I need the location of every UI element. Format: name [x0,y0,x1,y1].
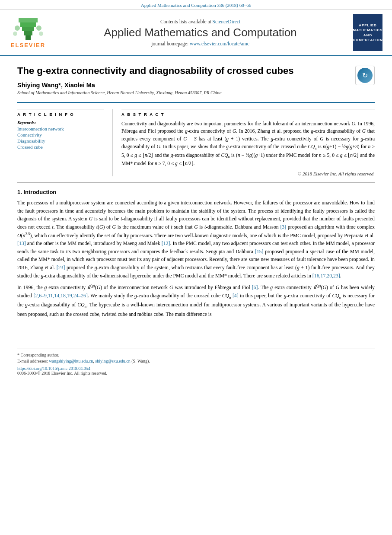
contents-available-line: Contents lists available at ScienceDirec… [54,19,346,24]
abstract-column: A B S T R A C T Connectivity and diagnos… [121,109,375,177]
keyword-3[interactable]: Diagnosability [17,138,104,143]
footer-divider [17,348,375,348]
ref-group-2[interactable]: [2,6–9,11,14,18,19,24–26] [34,293,88,299]
ref-3[interactable]: [3] [280,224,286,230]
ref-23[interactable]: [23] [57,264,65,271]
corresponding-author-note: * Corresponding author. [17,353,375,357]
homepage-url[interactable]: www.elsevier.com/locate/amc [190,41,249,46]
top-citation-bar: Applied Mathematics and Computation 336 … [0,0,392,10]
svg-point-5 [15,25,20,31]
keyword-2[interactable]: Connectivity [17,132,104,137]
section-divider-1 [17,182,375,183]
ref-13[interactable]: [13] [17,240,26,246]
copyright-notice: © 2018 Elsevier Inc. All rights reserved… [121,171,375,176]
introduction-heading: 1. Introduction [17,189,375,195]
ref-12[interactable]: [12] [162,240,170,246]
ref-group-1[interactable]: [16,17,20,23] [312,273,340,279]
issn-line: 0096-3003/© 2018 Elsevier Inc. All right… [17,371,375,376]
ref-6[interactable]: [6] [252,284,258,290]
svg-rect-4 [19,18,38,22]
email-line: E-mail addresses: wangshiying@htu.edu.cn… [17,359,375,363]
keyword-4[interactable]: Crossed cube [17,144,104,150]
journal-center-info: Contents lists available at ScienceDirec… [54,19,346,46]
main-content: ↻ The g-extra connectivity and diagnosab… [0,56,392,330]
check-updates-icon: ↻ [357,68,373,83]
journal-cover: APPLIEDMATHEMATICSANDCOMPUTATION [353,14,383,51]
article-info-column: A R T I C L E I N F O Keywords: Intercon… [17,109,104,177]
column-divider [112,109,113,177]
abstract-label: A B S T R A C T [121,109,375,117]
article-info-label: A R T I C L E I N F O [17,109,104,117]
elsevier-tree-icon [11,17,45,41]
intro-paragraph-2: In 1996, the g-extra connectivity κ̃(g)(… [17,283,375,318]
svg-point-8 [39,32,43,36]
thick-divider [17,102,375,103]
journal-header: ELSEVIER Contents lists available at Sci… [0,10,392,56]
email-2[interactable]: shiying@sxu.edu.cn [95,359,130,363]
sciencedirect-link[interactable]: ScienceDirect [213,19,241,24]
authors: Shiying Wang*, Xiaolei Ma [17,82,375,89]
keywords-label: Keywords: [17,120,104,125]
abstract-text: Connectivity and diagnosability are two … [121,120,375,168]
check-updates-badge[interactable]: ↻ [355,66,375,85]
svg-point-7 [13,32,17,36]
elsevier-logo: ELSEVIER [9,17,48,48]
elsevier-wordmark: ELSEVIER [11,42,45,48]
keyword-1[interactable]: Interconnection network [17,126,104,131]
article-info-abstract-row: A R T I C L E I N F O Keywords: Intercon… [17,109,375,177]
journal-title: Applied Mathematics and Computation [54,26,346,39]
journal-homepage-line: journal homepage: www.elsevier.com/locat… [54,41,346,46]
article-title: The g-extra connectivity and diagnosabil… [17,65,375,77]
affiliation: School of Mathematics and Information Sc… [17,90,375,95]
ref-4[interactable]: [4] [233,293,239,299]
email-1[interactable]: wangshiying@htu.edu.cn [49,359,93,363]
svg-point-6 [36,25,41,31]
ref-15[interactable]: [15] [255,248,264,255]
footer: * Corresponding author. E-mail addresses… [0,339,392,380]
intro-paragraph-1: The processors of a multiprocessor syste… [17,199,375,280]
doi-link[interactable]: https://doi.org/10.1016/j.amc.2018.04.05… [17,366,375,371]
cover-box: APPLIEDMATHEMATICSANDCOMPUTATION [353,14,382,51]
journal-citation: Applied Mathematics and Computation 336 … [141,3,251,8]
